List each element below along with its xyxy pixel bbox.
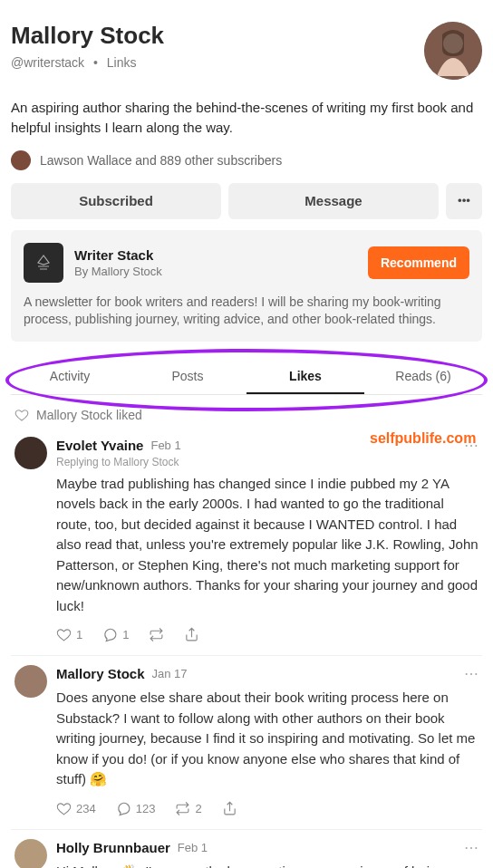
like-button[interactable]: 234: [56, 801, 96, 816]
post-body: Hi Mallory 👋, I'm currently documenting …: [56, 862, 478, 868]
tab-posts[interactable]: Posts: [129, 358, 246, 394]
newsletter-card: Writer Stack By Mallory Stock Recommend …: [11, 230, 482, 342]
tabs-container: Activity Posts Likes Reads (6): [11, 358, 482, 395]
more-button[interactable]: •••: [446, 183, 482, 219]
post: Evolet Yvaine Feb 1 ⋯ Replying to Mallor…: [11, 428, 482, 657]
profile-bio: An aspiring author sharing the behind-th…: [11, 98, 482, 138]
restack-count: 2: [195, 802, 201, 815]
comment-count: 123: [136, 802, 156, 815]
heart-icon: [14, 408, 29, 422]
comment-button[interactable]: 1: [102, 627, 129, 642]
recommend-button[interactable]: Recommend: [368, 246, 469, 279]
post-body: Does anyone else share about their book …: [56, 688, 478, 790]
comment-count: 1: [122, 628, 129, 641]
newsletter-author: By Mallory Stock: [74, 265, 357, 278]
subscriber-avatar: [11, 150, 31, 170]
post-avatar[interactable]: [14, 437, 47, 469]
post: Holly Brunnbauer Feb 1 ⋯ Hi Mallory 👋, I…: [11, 830, 482, 868]
newsletter-description: A newsletter for book writers and reader…: [24, 294, 469, 329]
tab-likes[interactable]: Likes: [246, 358, 364, 394]
like-count: 234: [76, 802, 96, 815]
watermark: selfpublife.com: [370, 430, 476, 447]
post-more-icon[interactable]: ⋯: [464, 665, 478, 682]
post-author[interactable]: Mallory Stock: [56, 666, 145, 681]
post-date: Jan 17: [152, 667, 188, 680]
tab-reads[interactable]: Reads (6): [364, 358, 482, 394]
like-button[interactable]: 1: [56, 627, 82, 642]
profile-avatar[interactable]: [424, 22, 482, 80]
profile-header: Mallory Stock @writerstack • Links: [11, 11, 482, 80]
post-avatar[interactable]: [14, 665, 47, 698]
post-author[interactable]: Holly Brunnbauer: [56, 840, 170, 855]
comment-button[interactable]: 123: [116, 801, 156, 816]
profile-handle[interactable]: @writerstack: [11, 55, 84, 70]
subscribers-row[interactable]: Lawson Wallace and 889 other subscribers: [11, 150, 482, 170]
tab-activity[interactable]: Activity: [11, 358, 129, 394]
post-more-icon[interactable]: ⋯: [464, 839, 478, 856]
separator-dot: •: [93, 55, 98, 70]
profile-links[interactable]: Links: [107, 55, 137, 70]
post-date: Feb 1: [178, 841, 208, 854]
post-date: Feb 1: [150, 439, 180, 452]
liked-indicator: Mallory Stock liked: [14, 408, 482, 422]
subscribers-text: Lawson Wallace and 889 other subscribers: [40, 153, 282, 168]
post-body: Maybe trad publishing has changed since …: [56, 474, 478, 617]
post-avatar[interactable]: [14, 839, 47, 868]
newsletter-title[interactable]: Writer Stack: [74, 247, 357, 263]
message-button[interactable]: Message: [228, 183, 439, 219]
restack-button[interactable]: [149, 627, 164, 642]
post-author[interactable]: Evolet Yvaine: [56, 438, 143, 453]
newsletter-logo[interactable]: [24, 243, 63, 283]
post: Mallory Stock Jan 17 ⋯ Does anyone else …: [11, 656, 482, 830]
liked-label: Mallory Stock liked: [36, 408, 142, 422]
like-count: 1: [76, 628, 82, 641]
profile-name: Mallory Stock: [11, 22, 164, 50]
share-button[interactable]: [184, 627, 199, 642]
subscribed-button[interactable]: Subscribed: [11, 183, 221, 219]
reply-to: Replying to Mallory Stock: [56, 456, 478, 468]
restack-button[interactable]: 2: [175, 801, 201, 816]
share-button[interactable]: [222, 801, 237, 816]
